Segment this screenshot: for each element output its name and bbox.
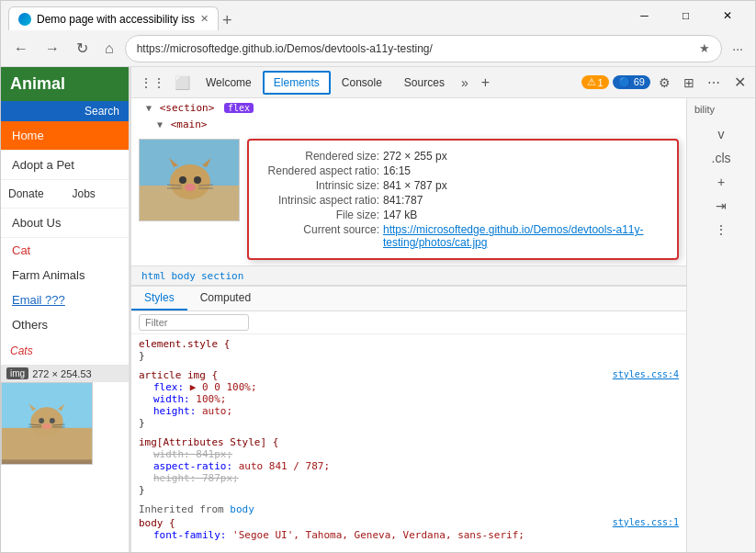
devtools-content: ▼ <section> flex ▼ <main> ▼ (131, 98, 755, 552)
url-input[interactable] (137, 42, 700, 55)
breadcrumb-body[interactable]: body (169, 270, 199, 282)
more-options-button[interactable]: ⋯ (703, 72, 725, 94)
nav-donate[interactable]: Donate (1, 180, 65, 209)
breadcrumb-section[interactable]: section (198, 270, 246, 282)
rendered-size-val: 272 × 255 px (383, 150, 447, 163)
tab-console[interactable]: Console (331, 71, 393, 95)
nav-cat[interactable]: Cat (1, 238, 129, 263)
refresh-button[interactable]: ↻ (71, 36, 94, 61)
dock-btn[interactable]: ⇥ (710, 196, 732, 216)
accessibility-label: bility (687, 98, 755, 120)
breadcrumb-html[interactable]: html (139, 270, 169, 282)
site-header: Animal (1, 67, 129, 101)
main-area: Animal Search Home Adopt a Pet Donate Jo… (1, 67, 755, 552)
tab-welcome[interactable]: Welcome (195, 71, 263, 95)
elements-panel: ▼ <section> flex ▼ <main> ▼ (131, 98, 686, 265)
devtools-left: ▼ <section> flex ▼ <main> ▼ (131, 98, 686, 552)
filesize-val: 147 kB (383, 209, 417, 221)
minimize-button[interactable]: ─ (624, 3, 665, 28)
styles-tabs: Styles Computed (131, 287, 686, 311)
search-label: Search (85, 105, 119, 118)
nav-home[interactable]: Home (1, 121, 129, 151)
new-tab-button[interactable]: + (219, 11, 236, 30)
source-label: Current source: (260, 223, 379, 249)
filesize-row: File size: 147 kB (260, 209, 666, 221)
styles-link-body[interactable]: styles.css:1 (613, 517, 679, 527)
devtools-inspect-btn[interactable]: ⬜ (170, 72, 195, 94)
computed-tab[interactable]: Computed (187, 287, 264, 310)
source-link[interactable]: https://microsoftedge.github.io/Demos/de… (383, 223, 666, 249)
styles-content: element.style { } article img { styles.c… (131, 334, 686, 552)
rendered-ratio-val: 16:15 (383, 164, 411, 177)
devtools-toggle-btn[interactable]: ⋮⋮ (135, 72, 170, 94)
url-icons: ★ (699, 41, 710, 55)
cls-btn[interactable]: .cls (706, 148, 737, 168)
tab-sources[interactable]: Sources (393, 71, 456, 95)
dom-tree: ▼ <section> flex ▼ <main> ▼ (131, 98, 686, 133)
devtools-right-panel: bility v .cls + ⇥ ⋮ (686, 98, 755, 552)
more-btn[interactable]: ⋮ (709, 220, 733, 240)
img-info: img 272 × 254.53 (1, 365, 129, 382)
devtools-close-button[interactable]: ✕ (728, 72, 751, 93)
warning-badge: ⚠ 1 (581, 75, 609, 89)
site-nav: Home Adopt a Pet Donate Jobs About Us (1, 121, 129, 465)
nav-email[interactable]: Email ??? (1, 288, 129, 312)
css-rule-body: body { styles.css:1 font-family: 'Segoe … (139, 517, 679, 541)
cats-section: Cats (1, 337, 129, 365)
back-button[interactable]: ← (8, 37, 34, 61)
inherited-from[interactable]: body (230, 503, 254, 515)
dock-button[interactable]: ⊞ (679, 72, 699, 94)
intrinsic-size-row: Intrinsic size: 841 × 787 px (260, 179, 666, 192)
styles-link-1[interactable]: styles.css:4 (613, 369, 679, 379)
home-button[interactable]: ⌂ (99, 37, 119, 61)
forward-button[interactable]: → (39, 37, 65, 61)
cats-label: Cats (10, 344, 119, 357)
popup-and-cat-area: Rendered size: 272 × 255 px Rendered asp… (131, 133, 686, 265)
css-rule-article-img: article img { styles.css:4 flex: ▶ 0 0 1… (139, 369, 679, 429)
nav-jobs[interactable]: Jobs (65, 180, 130, 209)
settings-button[interactable]: ⚙ (654, 72, 675, 94)
nav-about[interactable]: About Us (1, 209, 129, 238)
window-controls: ─ □ ✕ (624, 3, 748, 28)
img-badge: img (6, 367, 28, 379)
svg-point-18 (194, 176, 201, 184)
intrinsic-ratio-val: 841:787 (383, 194, 423, 207)
nav-adopt[interactable]: Adopt a Pet (1, 151, 129, 180)
more-tools-button[interactable]: ··· (728, 38, 748, 60)
svg-point-6 (50, 418, 55, 423)
nav-farm[interactable]: Farm Animals (1, 263, 129, 288)
edge-logo-icon (18, 13, 31, 26)
nav-others[interactable]: Others (1, 312, 129, 337)
svg-point-19 (185, 184, 196, 191)
svg-point-14 (170, 164, 210, 199)
cat-photo-svg (140, 140, 240, 221)
filesize-label: File size: (260, 209, 379, 221)
triangle-icon: ▼ (157, 119, 163, 130)
intrinsic-ratio-label: Intrinsic aspect ratio: (260, 194, 379, 207)
styles-tab[interactable]: Styles (131, 287, 187, 310)
img-dims: 272 × 254.53 (32, 368, 92, 379)
site-search[interactable]: Search (1, 101, 129, 121)
close-button[interactable]: ✕ (706, 3, 748, 28)
dom-line[interactable]: ▼ <section> flex (131, 100, 686, 117)
cat-svg (2, 387, 92, 460)
add-class-btn[interactable]: + (712, 172, 730, 192)
tab-close-button[interactable]: ✕ (200, 13, 209, 25)
maximize-button[interactable]: □ (665, 3, 706, 28)
tab-title: Demo page with accessibility iss (37, 13, 195, 26)
site-sidebar: Animal Search Home Adopt a Pet Donate Jo… (1, 67, 130, 552)
add-tab-button[interactable]: + (474, 71, 497, 95)
intrinsic-size-label: Intrinsic size: (260, 179, 379, 192)
rendered-size-label: Rendered size: (260, 150, 379, 163)
devtools-main: ▼ <section> flex ▼ <main> ▼ (131, 98, 755, 552)
browser-tab[interactable]: Demo page with accessibility iss ✕ (8, 6, 219, 30)
tab-elements[interactable]: Elements (263, 71, 331, 95)
v-icon-btn[interactable]: v (713, 124, 730, 144)
source-row: Current source: https://microsoftedge.gi… (260, 223, 666, 249)
favorites-button[interactable]: ★ (699, 41, 710, 55)
dom-line[interactable]: ▼ <main> (131, 117, 686, 133)
filter-input[interactable] (139, 314, 249, 331)
more-tabs-button[interactable]: » (456, 72, 474, 94)
styles-panel: Styles Computed element.style { (131, 286, 686, 552)
intrinsic-size-val: 841 × 787 px (383, 179, 447, 192)
